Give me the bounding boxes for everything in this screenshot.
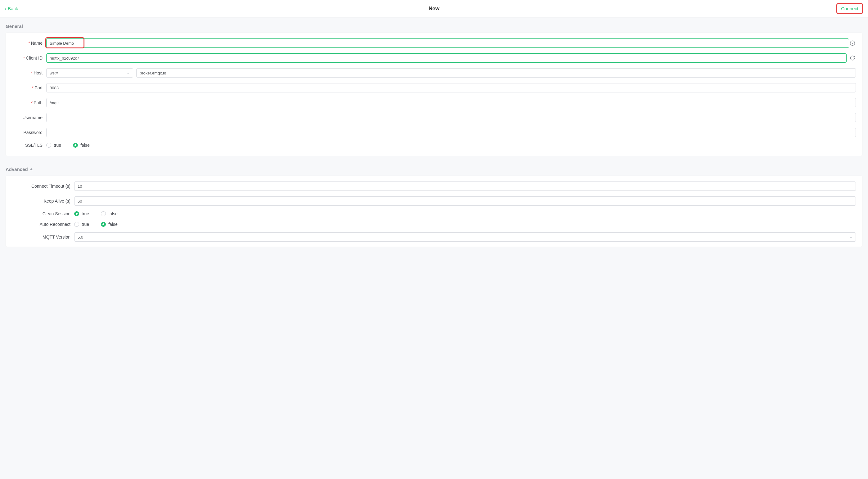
chevron-down-icon: ⌄: [127, 71, 130, 75]
ssl-false-radio[interactable]: false: [73, 143, 90, 148]
row-ssl: SSL/TLS true false: [12, 143, 856, 148]
label-clean-session: Clean Session: [12, 211, 74, 216]
radio-icon: [101, 211, 106, 216]
label-mqtt-version: MQTT Version: [12, 235, 74, 240]
host-input[interactable]: [136, 68, 856, 77]
username-input[interactable]: [46, 113, 856, 122]
auto-reconnect-true-radio[interactable]: true: [74, 222, 89, 227]
info-icon[interactable]: [849, 40, 856, 46]
clean-session-true-radio[interactable]: true: [74, 211, 89, 216]
refresh-icon[interactable]: [849, 55, 856, 61]
row-auto-reconnect: Auto Reconnect true false: [12, 222, 856, 227]
section-title-advanced[interactable]: Advanced: [6, 167, 862, 172]
caret-up-icon: [30, 168, 33, 170]
clean-session-radio-group: true false: [74, 211, 118, 216]
required-star: *: [31, 100, 33, 105]
radio-icon: [74, 211, 79, 216]
required-star: *: [32, 85, 34, 90]
label-port: *Port: [12, 85, 46, 90]
label-auto-reconnect: Auto Reconnect: [12, 222, 74, 227]
row-path: *Path: [12, 98, 856, 107]
label-ssl: SSL/TLS: [12, 143, 46, 148]
required-star: *: [31, 70, 33, 75]
connect-timeout-input[interactable]: [74, 181, 856, 191]
protocol-select[interactable]: ws:// ⌄: [46, 68, 133, 77]
ssl-true-label: true: [54, 143, 61, 148]
auto-reconnect-false-label: false: [108, 222, 118, 227]
auto-reconnect-true-label: true: [82, 222, 89, 227]
radio-icon: [101, 222, 106, 227]
connect-button[interactable]: Connect: [836, 3, 863, 14]
label-client-id: *Client ID: [12, 56, 46, 61]
row-keep-alive: Keep Alive (s): [12, 196, 856, 206]
label-connect-timeout: Connect Timeout (s): [12, 184, 74, 189]
ssl-true-radio[interactable]: true: [46, 143, 61, 148]
page-body: General *Name *Client ID: [0, 18, 868, 270]
name-input[interactable]: [46, 38, 849, 48]
client-id-input[interactable]: [46, 54, 846, 63]
path-input[interactable]: [46, 98, 856, 107]
row-connect-timeout: Connect Timeout (s): [12, 181, 856, 191]
radio-icon: [46, 143, 51, 148]
required-star: *: [28, 41, 30, 45]
back-button[interactable]: ‹ Back: [5, 6, 18, 11]
clean-session-true-label: true: [82, 211, 89, 216]
row-host: *Host ws:// ⌄: [12, 68, 856, 77]
section-title-general: General: [6, 24, 862, 29]
general-card: *Name *Client ID: [6, 33, 862, 156]
label-host: *Host: [12, 70, 46, 75]
row-mqtt-version: MQTT Version 5.0 ⌄: [12, 232, 856, 242]
keep-alive-input[interactable]: [74, 196, 856, 206]
chevron-down-icon: ⌄: [849, 235, 852, 239]
mqtt-version-select[interactable]: 5.0 ⌄: [74, 232, 856, 242]
password-input[interactable]: [46, 128, 856, 137]
connect-label: Connect: [841, 6, 858, 11]
radio-icon: [74, 222, 79, 227]
label-path: *Path: [12, 100, 46, 105]
port-input[interactable]: [46, 83, 856, 93]
auto-reconnect-false-radio[interactable]: false: [101, 222, 118, 227]
auto-reconnect-radio-group: true false: [74, 222, 118, 227]
back-label: Back: [8, 6, 18, 11]
protocol-value: ws://: [50, 71, 58, 75]
row-client-id: *Client ID: [12, 54, 856, 63]
required-star: *: [23, 56, 25, 61]
row-username: Username: [12, 113, 856, 122]
label-name: *Name: [12, 41, 46, 45]
advanced-card: Connect Timeout (s) Keep Alive (s) Clean…: [6, 176, 862, 247]
row-name: *Name: [12, 38, 856, 48]
ssl-radio-group: true false: [46, 143, 90, 148]
mqtt-version-value: 5.0: [78, 235, 83, 240]
label-keep-alive: Keep Alive (s): [12, 199, 74, 204]
radio-icon: [73, 143, 78, 148]
row-clean-session: Clean Session true false: [12, 211, 856, 216]
header-bar: ‹ Back New Connect: [0, 0, 868, 18]
clean-session-false-label: false: [108, 211, 118, 216]
ssl-false-label: false: [81, 143, 90, 148]
label-username: Username: [12, 115, 46, 120]
chevron-left-icon: ‹: [5, 6, 6, 11]
row-port: *Port: [12, 83, 856, 93]
page-title: New: [429, 6, 440, 12]
row-password: Password: [12, 128, 856, 137]
label-password: Password: [12, 130, 46, 135]
clean-session-false-radio[interactable]: false: [101, 211, 118, 216]
